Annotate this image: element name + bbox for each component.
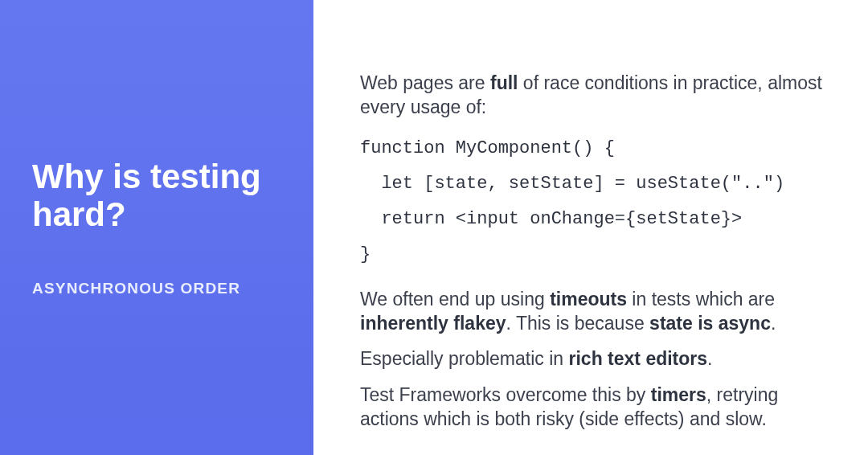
paragraph-4: Test Frameworks overcome this by timers,… — [360, 383, 828, 432]
text-bold: inherently flakey — [360, 313, 506, 334]
code-block: function MyComponent() { let [state, set… — [360, 131, 828, 273]
text-bold: full — [490, 72, 518, 93]
text-fragment: . This is because — [506, 313, 650, 334]
text-fragment: Test Frameworks overcome this by — [360, 384, 651, 405]
slide-sidebar: Why is testing hard? ASYNCHRONOUS ORDER — [0, 0, 313, 455]
text-fragment: Web pages are — [360, 72, 490, 93]
text-bold: rich text editors — [569, 348, 708, 369]
text-fragment: . — [707, 348, 712, 369]
text-fragment: in tests which are — [627, 289, 775, 309]
text-fragment: . — [771, 313, 776, 334]
paragraph-1: Web pages are full of race conditions in… — [360, 71, 828, 120]
text-bold: timers — [651, 384, 706, 405]
text-bold: state is async — [649, 313, 771, 334]
text-fragment: We often end up using — [360, 289, 550, 309]
paragraph-3: Especially problematic in rich text edit… — [360, 346, 828, 371]
slide-content: Web pages are full of race conditions in… — [313, 0, 868, 455]
slide-heading: Why is testing hard? — [32, 158, 281, 233]
text-fragment: Especially problematic in — [360, 348, 569, 369]
paragraph-2: We often end up using timeouts in tests … — [360, 287, 828, 336]
text-bold: timeouts — [550, 289, 627, 309]
slide-subheading: ASYNCHRONOUS ORDER — [32, 280, 281, 297]
